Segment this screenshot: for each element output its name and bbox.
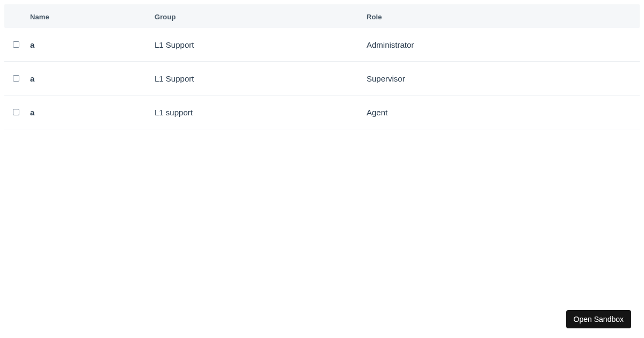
row-checkbox[interactable] [13, 41, 19, 48]
cell-group: L1 Support [155, 40, 194, 49]
open-sandbox-button[interactable]: Open Sandbox [566, 310, 631, 328]
row-checkbox[interactable] [13, 75, 19, 82]
row-checkbox[interactable] [13, 109, 19, 115]
cell-role: Supervisor [367, 74, 405, 83]
cell-role: Agent [367, 108, 387, 117]
table-row[interactable]: a L1 support Agent [4, 95, 640, 129]
users-table: Name Group Role a L1 Support Administrat… [4, 4, 640, 129]
cell-group: L1 Support [155, 74, 194, 83]
cell-name: a [30, 74, 34, 83]
table-row[interactable]: a L1 Support Supervisor [4, 62, 640, 95]
cell-role: Administrator [367, 40, 414, 49]
column-header-name[interactable]: Name [30, 13, 49, 21]
column-header-group[interactable]: Group [155, 13, 176, 21]
table-row[interactable]: a L1 Support Administrator [4, 28, 640, 62]
cell-group: L1 support [155, 108, 193, 117]
cell-name: a [30, 108, 34, 117]
cell-name: a [30, 40, 34, 49]
column-header-role[interactable]: Role [367, 13, 382, 21]
table-header-row: Name Group Role [4, 4, 640, 28]
